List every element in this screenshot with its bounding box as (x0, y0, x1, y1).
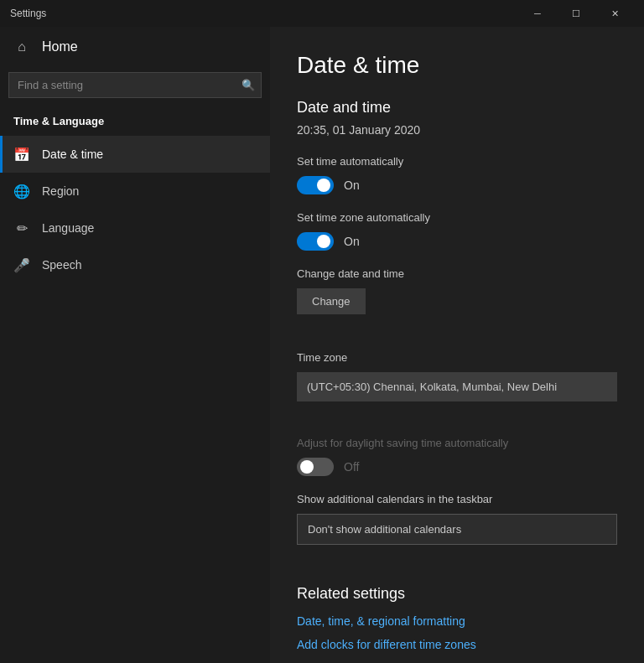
region-icon: 🌐 (13, 183, 30, 199)
search-icon[interactable]: 🔍 (242, 79, 255, 91)
date-time-icon: 📅 (13, 146, 30, 163)
change-button[interactable]: Change (297, 288, 366, 314)
set-time-auto-value: On (344, 179, 360, 192)
set-time-auto-label: Set time automatically (297, 155, 617, 168)
timezone-label: Time zone (297, 351, 617, 364)
set-time-auto-setting: Set time automatically On (297, 155, 617, 194)
calendars-label: Show additional calendars in the taskbar (297, 493, 617, 505)
current-time: 20:35, 01 January 2020 (297, 123, 617, 137)
close-button[interactable]: ✕ (595, 0, 634, 27)
speech-icon: 🎤 (13, 256, 30, 273)
sidebar-item-label-region: Region (42, 184, 79, 198)
related-settings-title: Related settings (297, 585, 617, 603)
sidebar: ⌂ Home 🔍 Time & Language 📅 Date & time 🌐… (0, 27, 270, 663)
sidebar-item-language[interactable]: ✏ Language (0, 210, 270, 246)
titlebar: Settings ─ ☐ ✕ (0, 0, 644, 27)
sidebar-item-label-date-time: Date & time (42, 148, 103, 161)
set-time-auto-knob (317, 179, 330, 192)
change-date-time-setting: Change date and time Change (297, 267, 617, 334)
minimize-button[interactable]: ─ (518, 0, 557, 27)
language-icon: ✏ (13, 220, 30, 236)
main-content: Date & time Date and time 20:35, 01 Janu… (270, 27, 644, 663)
maximize-button[interactable]: ☐ (557, 0, 595, 27)
set-time-auto-toggle-row: On (297, 176, 617, 194)
page-title: Date & time (297, 52, 617, 79)
date-time-section-title: Date and time (297, 99, 617, 117)
search-box: 🔍 (8, 72, 262, 98)
set-time-auto-toggle[interactable] (297, 176, 334, 194)
sidebar-item-label-speech: Speech (42, 258, 81, 272)
calendars-select[interactable]: Don't show additional calendars (297, 514, 617, 545)
daylight-toggle-row: Off (297, 458, 617, 476)
set-timezone-auto-setting: Set time zone automatically On (297, 211, 617, 251)
window-controls: ─ ☐ ✕ (518, 0, 634, 27)
set-timezone-auto-knob (317, 235, 330, 248)
app-body: ⌂ Home 🔍 Time & Language 📅 Date & time 🌐… (0, 27, 644, 663)
sidebar-item-date-time[interactable]: 📅 Date & time (0, 136, 270, 173)
timezone-select[interactable]: (UTC+05:30) Chennai, Kolkata, Mumbai, Ne… (297, 372, 617, 401)
search-input[interactable] (8, 72, 262, 98)
set-timezone-auto-value: On (344, 235, 360, 248)
daylight-value: Off (344, 460, 359, 474)
set-timezone-auto-label: Set time zone automatically (297, 211, 617, 224)
change-date-time-label: Change date and time (297, 267, 617, 280)
calendars-setting: Show additional calendars in the taskbar… (297, 493, 617, 568)
daylight-knob (300, 460, 314, 474)
daylight-toggle[interactable] (297, 458, 334, 476)
sidebar-home[interactable]: ⌂ Home (0, 27, 270, 67)
set-timezone-auto-toggle[interactable] (297, 232, 334, 251)
app-title: Settings (10, 8, 518, 19)
sidebar-item-region[interactable]: 🌐 Region (0, 173, 270, 210)
related-link-clocks[interactable]: Add clocks for different time zones (297, 638, 617, 651)
sidebar-section-title: Time & Language (0, 111, 270, 136)
sidebar-item-label-language: Language (42, 221, 94, 235)
daylight-setting: Adjust for daylight saving time automati… (297, 437, 617, 476)
set-timezone-auto-toggle-row: On (297, 232, 617, 251)
related-link-formatting[interactable]: Date, time, & regional formatting (297, 614, 617, 628)
sidebar-home-label: Home (42, 39, 78, 54)
sidebar-item-speech[interactable]: 🎤 Speech (0, 246, 270, 283)
timezone-setting: Time zone (UTC+05:30) Chennai, Kolkata, … (297, 351, 617, 420)
daylight-label: Adjust for daylight saving time automati… (297, 437, 617, 449)
home-icon: ⌂ (13, 39, 30, 55)
